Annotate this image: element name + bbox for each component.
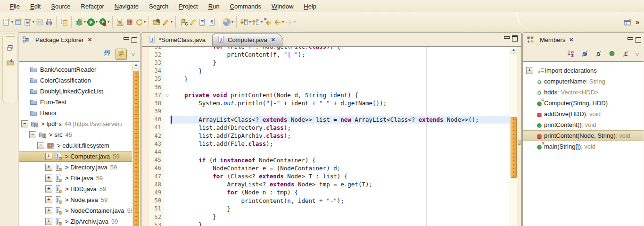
new-window-button[interactable] [14, 17, 23, 27]
menu-project[interactable]: Project [173, 1, 203, 11]
tree-expander-icon[interactable]: + [45, 185, 52, 193]
editor-tab-someclass-java[interactable]: J*SomeClass.java [144, 33, 212, 46]
dropdown-arrow-icon[interactable]: ▾ [294, 20, 296, 24]
package-tree[interactable]: BankAccountReaderColorClassificationDoub… [19, 62, 132, 226]
format-button[interactable] [198, 17, 207, 27]
print-button[interactable] [44, 17, 54, 27]
tree-item-directory-java[interactable]: +J> Directory.java59 [19, 162, 132, 173]
tree-expander-icon[interactable]: + [45, 164, 52, 171]
minimize-icon[interactable] [504, 36, 510, 39]
close-icon[interactable]: ✕ [568, 37, 574, 43]
run-external-button[interactable]: ▾ [98, 17, 110, 27]
sort-button[interactable]: az [566, 49, 576, 59]
tree-item-nodecontainer-java[interactable]: +J> NodeContainer.java59 [19, 205, 132, 216]
tree-item-doublylinkedcycliclist[interactable]: DoublyLinkedCyclicList [19, 86, 132, 97]
tree-item-hanoi[interactable]: Hanoi [19, 108, 132, 118]
tree-item-src[interactable]: −> src45 [19, 129, 132, 140]
code-text[interactable]: 31 for (File f : hdd.get(File.class)) {3… [142, 46, 510, 226]
editor-scrollbar[interactable]: ▲ [510, 47, 517, 226]
tree-item-ipdfs[interactable]: −J> IpdFs44 [https://svnserver.i [19, 118, 132, 129]
back-button[interactable]: ▾ [272, 17, 284, 27]
member-printcontent[interactable]: printContent() : void [523, 119, 644, 130]
new-wizard-button[interactable]: ▾ [2, 17, 14, 27]
tree-item-euro-test[interactable]: Euro-Test [19, 97, 132, 108]
hide-local-button[interactable]: L [620, 49, 631, 59]
toolbar-overflow-chevron[interactable]: » [633, 18, 644, 26]
member-import-declarations[interactable]: +import declarations [523, 65, 644, 76]
junit-button[interactable] [125, 17, 134, 27]
editor-body[interactable]: 31 for (File f : hdd.get(File.class)) {3… [142, 46, 521, 226]
minimize-icon[interactable] [124, 37, 129, 40]
members-list[interactable]: +import declarationscomputerName : Strin… [523, 62, 644, 226]
menu-help[interactable]: Help [298, 1, 322, 11]
tree-item-colorclassification[interactable]: ColorClassification [19, 75, 132, 86]
tree-item-edu-kit-filesystem[interactable]: −> edu.kit.filesystem [19, 140, 132, 151]
tree-expander-icon[interactable]: − [37, 142, 44, 149]
maximize-icon[interactable] [132, 37, 137, 43]
tab-package-explorer[interactable]: Package Explorer ✕ [22, 33, 96, 47]
maximize-icon[interactable] [636, 37, 641, 43]
scrollbar-thumb[interactable] [511, 117, 517, 178]
hide-fields-button[interactable] [579, 49, 590, 59]
link-editor-button[interactable] [116, 49, 127, 60]
show-nonpublic-button[interactable] [607, 49, 617, 59]
dropdown-arrow-icon[interactable]: ▾ [144, 20, 146, 24]
refresh-button[interactable]: ▾ [134, 17, 146, 27]
tree-expander-icon[interactable]: − [29, 131, 36, 138]
paragraph-button[interactable]: ¶ [207, 17, 216, 27]
next-nav-button[interactable]: ▾ [239, 17, 251, 27]
dropdown-arrow-icon[interactable]: ▾ [84, 20, 86, 24]
dropdown-arrow-icon[interactable]: ▾ [33, 20, 34, 24]
open-folder-button[interactable] [5, 56, 16, 70]
close-icon[interactable]: ✕ [270, 37, 276, 43]
member-printcontent-node-string[interactable]: printContent(Node, String) : void [523, 130, 644, 141]
new-menu-button[interactable]: ▾ [23, 17, 35, 27]
menu-source[interactable]: Source [46, 1, 75, 11]
menu-refactor[interactable]: Refactor [76, 1, 109, 11]
tree-item-ziparchiv-java[interactable]: +J> ZipArchiv.java59 [19, 216, 132, 226]
color-button[interactable]: ▾ [222, 17, 234, 27]
fold-marker-collapse-icon[interactable]: ⊖ [164, 92, 170, 98]
dropdown-arrow-icon[interactable]: ▾ [96, 20, 98, 24]
fast-view-handle[interactable] [6, 36, 15, 37]
tree-expander-icon[interactable]: + [45, 207, 52, 214]
collapse-all-button[interactable] [102, 49, 112, 59]
scrollbar-thumb[interactable] [133, 71, 139, 226]
tree-item-computer-java[interactable]: +J> Computer.java59 [19, 151, 132, 162]
tree-expander-icon[interactable]: + [526, 67, 533, 74]
tree-expander-icon[interactable]: + [45, 175, 52, 182]
overview-ruler[interactable] [517, 47, 521, 226]
menu-run[interactable]: Run [203, 1, 225, 11]
minimize-icon[interactable] [627, 37, 633, 40]
member-computername[interactable]: computerName : String [523, 76, 644, 87]
search-button[interactable]: ▾ [161, 17, 173, 27]
view-menu-icon[interactable]: ▽ [634, 52, 640, 57]
tree-item-bankaccountreader[interactable]: BankAccountReader [19, 64, 132, 75]
last-edit-button[interactable]: * [263, 17, 272, 27]
restore-views-button[interactable] [5, 42, 16, 56]
menu-window[interactable]: Window [266, 1, 298, 11]
next-annotation-button[interactable]: G [179, 17, 188, 27]
scroll-up-arrow[interactable]: ▲ [132, 62, 140, 69]
tree-item-hdd-java[interactable]: +J> HDD.java59 [19, 184, 132, 194]
hide-static-button[interactable]: S [593, 49, 603, 59]
open-perspective-button[interactable] [623, 17, 633, 27]
scroll-up-arrow[interactable]: ▲ [510, 47, 517, 54]
dropdown-arrow-icon[interactable]: ▾ [231, 20, 233, 24]
tree-item-node-java[interactable]: +J> Node.java59 [19, 194, 132, 205]
dropdown-arrow-icon[interactable]: ▾ [261, 20, 263, 24]
menu-commands[interactable]: Commands [225, 1, 266, 11]
tab-members[interactable]: Members ✕ [527, 33, 577, 47]
tree-expander-icon[interactable]: + [45, 196, 52, 203]
view-menu-icon[interactable]: ▽ [130, 52, 136, 57]
tree-expander-icon[interactable]: − [21, 120, 28, 127]
menu-file[interactable]: File [5, 1, 25, 11]
dropdown-arrow-icon[interactable]: ▾ [171, 20, 173, 24]
highlight-button[interactable] [188, 17, 198, 27]
menu-search[interactable]: Search [144, 1, 173, 11]
tree-expander-icon[interactable]: + [45, 218, 52, 225]
member-computer-string-hdd[interactable]: CComputer(String, HDD) [523, 98, 644, 109]
member-main-string[interactable]: Smain(String[]) : void [523, 141, 644, 152]
open-resource-button[interactable] [152, 17, 161, 27]
tree-expander-icon[interactable]: + [45, 153, 52, 160]
